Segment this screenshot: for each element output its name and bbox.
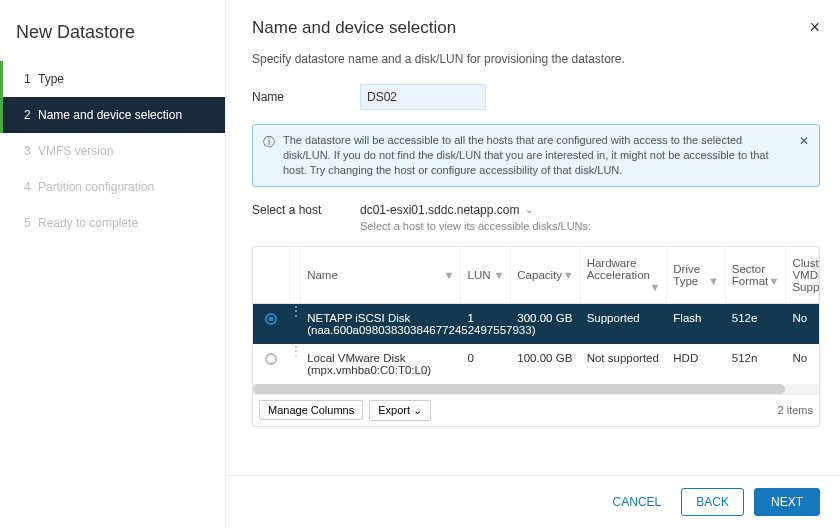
cell-sector: 512n — [725, 344, 786, 384]
scroll-thumb[interactable] — [253, 384, 785, 394]
cell-accel: Supported — [580, 303, 667, 344]
cell-capacity: 300.00 GB — [511, 303, 580, 344]
cancel-button[interactable]: CANCEL — [603, 489, 672, 515]
step-vmfs: 3 VMFS version — [0, 133, 225, 169]
col-drag — [290, 247, 301, 304]
filter-icon[interactable]: ▼ — [769, 275, 780, 287]
filter-icon[interactable]: ▼ — [563, 269, 574, 281]
host-select[interactable]: dc01-esxi01.sddc.netapp.com ⌄ — [360, 203, 533, 217]
table-row[interactable]: ⋮ Local VMware Disk (mpx.vmhba0:C0:T0:L0… — [253, 344, 819, 384]
wizard-main: Name and device selection × Specify data… — [226, 0, 840, 528]
chevron-down-icon: ⌄ — [525, 204, 533, 215]
filter-icon[interactable]: ▼ — [444, 269, 455, 281]
col-capacity[interactable]: Capacity▼ — [511, 247, 580, 304]
col-name[interactable]: Name▼ — [301, 247, 461, 304]
banner-close-icon[interactable]: ✕ — [799, 133, 809, 149]
cell-accel: Not supported — [580, 344, 667, 384]
col-drive[interactable]: Drive Type▼ — [667, 247, 726, 304]
info-text: The datastore will be accessible to all … — [283, 133, 791, 178]
host-hint: Select a host to view its accessible dis… — [360, 220, 591, 232]
cell-drive: HDD — [667, 344, 726, 384]
col-accel[interactable]: Hardware Acceleration▼ — [580, 247, 667, 304]
filter-icon[interactable]: ▼ — [649, 281, 660, 293]
datastore-name-input[interactable] — [360, 84, 486, 110]
cell-drive: Flash — [667, 303, 726, 344]
filter-icon[interactable]: ▼ — [708, 275, 719, 287]
drag-icon[interactable]: ⋮ — [290, 344, 301, 384]
drag-icon[interactable]: ⋮ — [290, 303, 301, 344]
page-title: Name and device selection — [252, 18, 456, 38]
export-button[interactable]: Export ⌄ — [369, 400, 431, 421]
cell-capacity: 100.00 GB — [511, 344, 580, 384]
info-icon: ⓘ — [263, 134, 275, 150]
cell-cluster: No — [786, 303, 819, 344]
back-button[interactable]: BACK — [681, 488, 744, 516]
col-select — [253, 247, 290, 304]
next-button[interactable]: NEXT — [754, 488, 820, 516]
wizard-sidebar: New Datastore 1 Type 2 Name and device s… — [0, 0, 226, 528]
info-banner: ⓘ The datastore will be accessible to al… — [252, 124, 820, 187]
col-sector[interactable]: Sector Format▼ — [725, 247, 786, 304]
wizard-title: New Datastore — [0, 14, 225, 61]
cell-name: NETAPP iSCSI Disk (naa.600a0980383038467… — [301, 303, 461, 344]
disk-table: Name▼ LUN▼ Capacity▼ Hardware Accelerati… — [252, 246, 820, 427]
chevron-down-icon: ⌄ — [413, 404, 422, 416]
page-subtitle: Specify datastore name and a disk/LUN fo… — [252, 52, 820, 66]
wizard-actions: CANCEL BACK NEXT — [226, 475, 840, 528]
cell-cluster: No — [786, 344, 819, 384]
host-label: Select a host — [252, 203, 360, 217]
close-icon[interactable]: × — [809, 18, 820, 36]
name-label: Name — [252, 90, 360, 104]
filter-icon[interactable]: ▼ — [493, 269, 504, 281]
step-ready: 5 Ready to complete — [0, 205, 225, 241]
row-radio[interactable] — [265, 353, 277, 365]
col-cluster[interactable]: Clustered VMDK Supported — [786, 247, 819, 304]
horizontal-scrollbar[interactable] — [253, 384, 819, 394]
row-radio[interactable] — [265, 313, 277, 325]
cell-lun: 0 — [461, 344, 511, 384]
item-count: 2 items — [778, 404, 813, 416]
col-lun[interactable]: LUN▼ — [461, 247, 511, 304]
cell-name: Local VMware Disk (mpx.vmhba0:C0:T0:L0) — [301, 344, 461, 384]
host-value: dc01-esxi01.sddc.netapp.com — [360, 203, 519, 217]
manage-columns-button[interactable]: Manage Columns — [259, 400, 363, 420]
cell-sector: 512e — [725, 303, 786, 344]
step-type[interactable]: 1 Type — [0, 61, 225, 97]
wizard-steps: 1 Type 2 Name and device selection 3 VMF… — [0, 61, 225, 241]
table-row[interactable]: ⋮ NETAPP iSCSI Disk (naa.600a09803830384… — [253, 303, 819, 344]
step-partition: 4 Partition configuration — [0, 169, 225, 205]
step-name-device[interactable]: 2 Name and device selection — [0, 97, 225, 133]
